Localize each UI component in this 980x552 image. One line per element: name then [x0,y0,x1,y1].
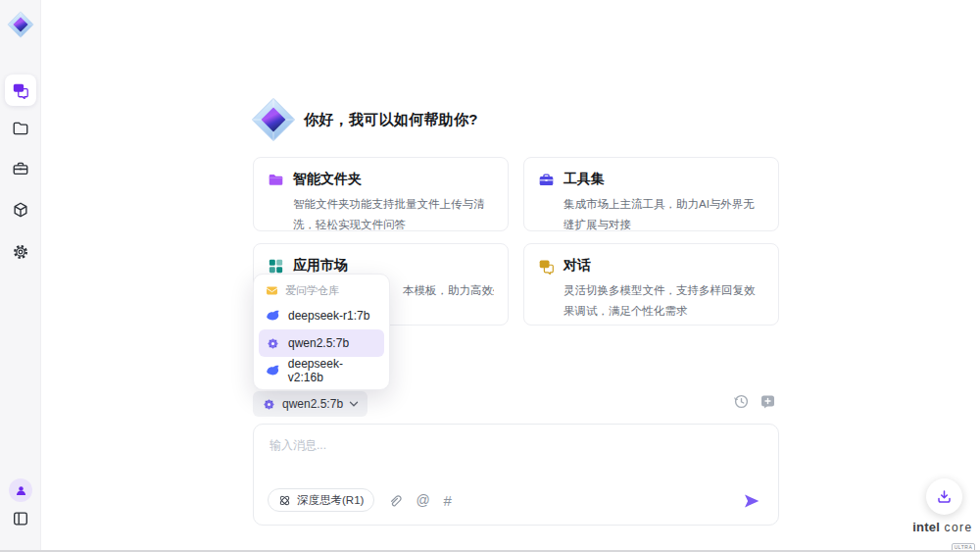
model-group-label: 爱问学仓库 [285,283,339,298]
folder-icon [268,172,284,188]
card-description: 集成市场上主流工具，助力AI与外界无缝扩展与对接 [564,194,764,234]
app-window: 你好，我可以如何帮助你? 智能文件夹 智能文件夹功能支持批量文件上传与清洗，轻松… [0,0,980,552]
model-option-deepseek-r1[interactable]: deepseek-r1:7b [259,302,384,329]
mention-button[interactable]: @ [416,492,429,508]
model-option-label: qwen2.5:7b [288,336,349,350]
briefcase-icon [538,172,555,188]
sidebar-item-models[interactable] [5,194,36,226]
card-title: 工具集 [564,171,605,188]
app-grid-icon [268,258,284,275]
user-avatar[interactable] [9,478,32,502]
intel-core-badge: intel core ULTRA [904,518,980,552]
gear-icon [12,243,29,261]
download-icon [936,488,953,505]
sidebar-item-toolbox[interactable] [5,153,36,184]
model-dropdown-menu: 爱问学仓库 deepseek-r1:7b qwen2.5:7b deepseek… [253,274,390,390]
card-description: 灵活切换多模型文件，支持多样回复效果调试，满足个性化需求 [564,280,764,321]
panel-icon [12,510,29,527]
user-icon [15,484,27,497]
attach-file-button[interactable] [388,493,402,508]
qwen-icon [262,397,276,412]
conversation-actions [733,393,779,410]
history-icon [733,393,750,410]
sidebar-item-folders[interactable] [5,113,36,144]
card-toolset[interactable]: 工具集 集成市场上主流工具，助力AI与外界无缝扩展与对接 [523,157,779,231]
topic-button[interactable]: # [444,492,452,509]
card-title: 智能文件夹 [293,171,362,188]
sidebar-item-chat[interactable] [5,75,36,106]
card-title: 对话 [564,257,591,275]
download-button[interactable] [926,478,962,515]
deep-think-atom-icon [278,494,291,507]
deep-think-label: 深度思考(R1) [297,493,364,508]
new-chat-button[interactable] [760,393,776,410]
chat-icon [12,81,29,99]
model-option-label: deepseek-v2:16b [288,357,377,384]
core-logo-text: core [944,521,972,534]
card-description: 智能文件夹功能支持批量文件上传与清洗，轻松实现文件问答 [293,194,494,234]
message-input[interactable] [270,437,760,482]
history-button[interactable] [733,393,750,410]
new-chat-icon [760,393,776,410]
message-composer: 深度思考(R1) @ # [253,424,779,526]
mailbox-icon [266,284,278,297]
folder-icon [12,120,29,137]
collapse-sidebar-button[interactable] [5,503,36,534]
model-option-qwen[interactable]: qwen2.5:7b [259,329,384,357]
deep-think-toggle[interactable]: 深度思考(R1) [268,488,374,512]
composer-toolbar: 深度思考(R1) @ # [268,488,452,512]
cube-icon [12,201,29,219]
model-option-label: deepseek-r1:7b [288,309,369,323]
chevron-down-icon [349,400,359,408]
briefcase-icon [12,160,29,177]
model-group-header: 爱问学仓库 [259,279,384,302]
send-button[interactable] [743,493,760,509]
card-conversation[interactable]: 对话 灵活切换多模型文件，支持多样回复效果调试，满足个性化需求 [523,243,779,326]
model-selector-button[interactable]: qwen2.5:7b [253,391,368,417]
chat-icon [538,258,555,275]
card-title: 应用市场 [293,257,348,275]
sidebar [0,0,41,550]
greeting-logo-icon [251,97,296,142]
greeting-title: 你好，我可以如何帮助你? [304,97,478,142]
paperclip-icon [388,493,402,508]
model-option-deepseek-v2[interactable]: deepseek-v2:16b [259,357,384,384]
sidebar-item-settings[interactable] [5,236,36,268]
selected-model-label: qwen2.5:7b [282,397,343,411]
whale-icon [266,309,280,324]
app-logo-icon[interactable] [7,11,34,38]
qwen-icon [266,336,280,351]
card-smart-folder[interactable]: 智能文件夹 智能文件夹功能支持批量文件上传与清洗，轻松实现文件问答 [253,157,509,231]
intel-logo-text: intel [912,520,940,534]
whale-icon [266,364,280,378]
send-icon [743,493,760,509]
